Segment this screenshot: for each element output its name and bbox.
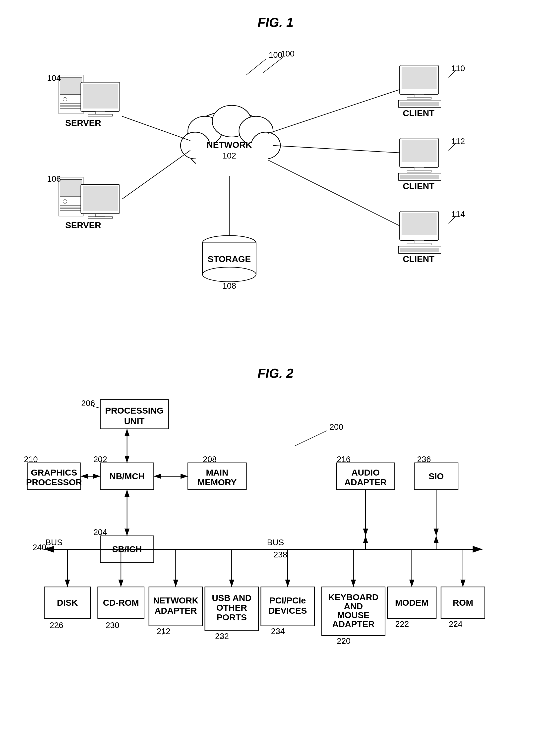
- ref-220: 220: [337, 636, 351, 646]
- fig2-container: FIG. 2 200 PROCESSING UNIT 206 NB/MCH: [20, 366, 531, 744]
- svg-rect-49: [402, 213, 437, 235]
- svg-text:DEVICES: DEVICES: [268, 606, 307, 615]
- ref-200: 200: [330, 422, 343, 432]
- fig2-title: FIG. 2: [20, 366, 531, 381]
- network-ref: 102: [222, 151, 236, 160]
- svg-text:OTHER: OTHER: [216, 603, 247, 612]
- page: FIG. 1 100 N: [0, 0, 551, 756]
- svg-rect-23: [60, 208, 82, 209]
- network-cloud: NETWORK 102: [180, 105, 281, 175]
- svg-rect-28: [88, 216, 112, 218]
- server1: SERVER 104: [47, 73, 120, 128]
- svg-rect-44: [407, 170, 431, 172]
- svg-rect-13: [60, 105, 82, 107]
- client2-ref: 112: [451, 137, 465, 146]
- svg-text:ADAPTER: ADAPTER: [155, 606, 197, 615]
- svg-rect-35: [402, 67, 437, 89]
- svg-point-31: [202, 267, 256, 282]
- svg-rect-37: [407, 97, 431, 99]
- server1-label: SERVER: [65, 118, 101, 128]
- ref-212: 212: [157, 627, 170, 636]
- client1-ref: 110: [451, 64, 465, 73]
- svg-text:DISK: DISK: [57, 598, 78, 607]
- svg-rect-12: [60, 103, 82, 104]
- svg-text:MOUSE: MOUSE: [338, 610, 370, 620]
- ref-238: 238: [273, 550, 287, 559]
- server2-ref: 106: [47, 174, 61, 183]
- fig1-title: FIG. 1: [20, 15, 531, 30]
- client2: CLIENT 112: [398, 137, 465, 191]
- svg-text:SIO: SIO: [429, 471, 444, 481]
- client1-label: CLIENT: [403, 108, 435, 118]
- svg-text:ADAPTER: ADAPTER: [332, 619, 375, 629]
- svg-text:KEYBOARD: KEYBOARD: [329, 592, 379, 602]
- svg-point-21: [63, 200, 67, 204]
- svg-line-1: [246, 59, 266, 75]
- svg-text:ROM: ROM: [453, 598, 473, 607]
- ref-226: 226: [50, 621, 63, 630]
- ref-216: 216: [337, 455, 351, 464]
- bus-240-label: BUS: [46, 538, 62, 547]
- ref-208: 208: [203, 455, 216, 464]
- svg-rect-20: [60, 180, 82, 197]
- svg-text:CD-ROM: CD-ROM: [103, 598, 139, 607]
- fig2-diagram: 200 PROCESSING UNIT 206 NB/MCH 202 MAIN …: [20, 386, 531, 756]
- svg-point-11: [63, 97, 67, 101]
- svg-text:MEMORY: MEMORY: [197, 478, 236, 487]
- svg-line-58: [268, 90, 400, 133]
- svg-line-65: [295, 431, 327, 446]
- svg-text:PCI/PCIe: PCI/PCIe: [269, 595, 306, 605]
- storage-label: STORAGE: [208, 254, 251, 264]
- ref-222: 222: [395, 619, 409, 629]
- svg-text:PROCESSOR: PROCESSOR: [26, 478, 82, 487]
- fig1-container: FIG. 1 100 N: [20, 15, 531, 351]
- network-label: NETWORK: [207, 140, 252, 150]
- client2-label: CLIENT: [403, 181, 435, 191]
- svg-text:NB/MCH: NB/MCH: [109, 471, 145, 481]
- svg-rect-27: [95, 214, 105, 216]
- server2: SERVER 106: [47, 174, 120, 230]
- svg-rect-14: [60, 108, 82, 109]
- svg-text:PROCESSING: PROCESSING: [105, 406, 163, 415]
- svg-rect-16: [83, 84, 118, 108]
- svg-rect-18: [88, 114, 112, 116]
- svg-line-60: [268, 160, 400, 226]
- bus-238-label: BUS: [267, 538, 284, 547]
- svg-text:100: 100: [281, 49, 295, 58]
- svg-rect-43: [414, 167, 424, 170]
- svg-rect-24: [60, 210, 82, 211]
- client1: CLIENT 110: [398, 64, 465, 118]
- ref-100: 100: [268, 50, 283, 59]
- svg-rect-36: [414, 94, 424, 97]
- svg-rect-53: [400, 248, 439, 252]
- svg-text:MAIN: MAIN: [206, 468, 228, 477]
- svg-rect-10: [60, 77, 82, 94]
- svg-rect-51: [407, 243, 431, 245]
- svg-line-56: [122, 150, 190, 199]
- server2-label: SERVER: [65, 220, 101, 230]
- ref-232: 232: [215, 632, 229, 641]
- svg-text:PORTS: PORTS: [216, 612, 247, 622]
- svg-rect-22: [60, 205, 82, 206]
- svg-text:MODEM: MODEM: [395, 598, 429, 607]
- client3-ref: 114: [451, 210, 465, 219]
- ref-224: 224: [449, 619, 462, 629]
- ref-202: 202: [93, 455, 107, 464]
- svg-text:NETWORK: NETWORK: [153, 595, 198, 605]
- storage-ref: 108: [222, 281, 236, 291]
- server1-ref: 104: [47, 73, 61, 83]
- ref-210: 210: [24, 455, 38, 464]
- svg-rect-42: [402, 140, 437, 162]
- svg-text:AUDIO: AUDIO: [352, 468, 380, 477]
- svg-text:AND: AND: [344, 601, 363, 611]
- svg-text:USB AND: USB AND: [212, 593, 251, 603]
- svg-line-62: [263, 57, 283, 73]
- svg-rect-17: [95, 111, 105, 114]
- client3-label: CLIENT: [403, 254, 435, 264]
- svg-text:UNIT: UNIT: [124, 416, 145, 426]
- svg-rect-50: [414, 240, 424, 243]
- ref-240: 240: [32, 543, 46, 552]
- ref-230: 230: [106, 621, 119, 630]
- ref-206: 206: [81, 399, 95, 408]
- ref-234: 234: [271, 627, 285, 636]
